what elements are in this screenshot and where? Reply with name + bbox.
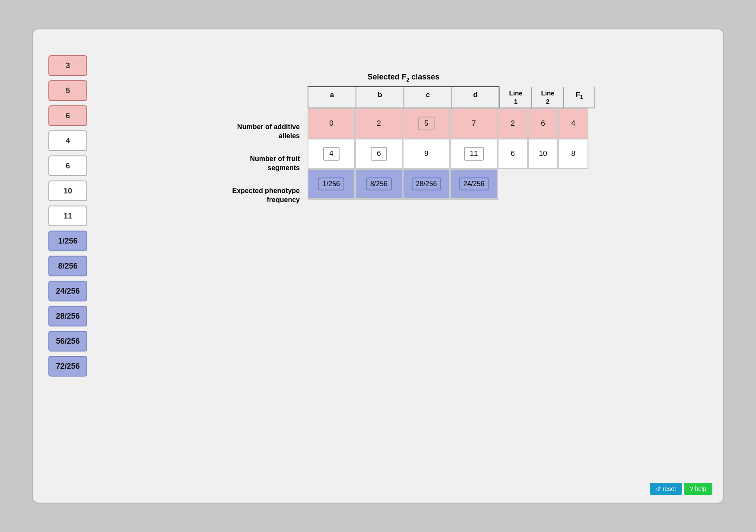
cell-phenotype-c: 28/256 [403,169,450,199]
sidebar-btn-8-256[interactable]: 8/256 [48,256,87,276]
main-container: 3 5 6 4 6 10 11 1/256 8/256 24/256 28/25… [32,28,724,504]
row-fruit-segments: 4 6 9 11 6 10 [308,139,595,169]
content-area: Number of additivealleles Number of frui… [94,47,714,485]
row-additive-alleles: 0 2 5 7 2 6 [308,108,595,139]
table-wrapper: Number of additivealleles Number of frui… [213,73,595,212]
reset-button[interactable]: ↺ reset [650,483,682,495]
col-header-a: a [308,87,356,108]
row-label-segments: Number of fruitsegments [213,148,308,180]
cell-phenotype-b: 8/256 [355,169,403,199]
sidebar-btn-6-plain[interactable]: 6 [48,155,87,176]
col-header-d: d [451,87,499,108]
sidebar-btn-10[interactable]: 10 [48,180,87,201]
help-label: ? help [690,485,706,492]
cell-additive-f1: 4 [558,108,588,139]
cell-segments-line2: 10 [528,139,558,169]
cell-segments-d: 11 [450,139,498,169]
col-header-line1: Line1 [499,87,531,108]
cell-additive-d: 7 [450,108,498,139]
cell-additive-line1: 2 [498,108,528,139]
sidebar-btn-56-256[interactable]: 56/256 [48,331,87,352]
col-header-line2: Line2 [531,87,563,108]
row-labels: Number of additivealleles Number of frui… [213,73,308,212]
reset-label: reset [663,485,676,492]
cell-phenotype-d: 24/256 [450,169,498,199]
sidebar-btn-1-256[interactable]: 1/256 [48,231,87,251]
cell-additive-c: 5 [403,108,450,139]
bottom-bar: ↺ reset ? help [650,483,712,495]
row-label-additive: Number of additivealleles [213,116,308,148]
cell-phenotype-a: 1/256 [308,169,355,199]
sidebar-btn-6-pink[interactable]: 6 [48,105,87,126]
sidebar-btn-5[interactable]: 5 [48,80,87,101]
reset-icon: ↺ [656,485,661,492]
sidebar-btn-4[interactable]: 4 [48,130,87,151]
col-header-b: b [356,87,403,108]
cell-segments-line1: 6 [498,139,528,169]
col-header-c: c [403,87,451,108]
row-label-phenotype: Expected phenotypefrequency [213,180,308,212]
col-header-f1: F1 [563,87,595,108]
data-table: Selected F2 classes a b c d Line1 [308,73,595,200]
cell-segments-f1: 8 [558,139,588,169]
row-phenotype-freq: 1/256 8/256 28/256 24/256 [308,169,595,199]
sidebar-btn-3[interactable]: 3 [48,55,87,76]
cell-segments-a: 4 [308,139,355,169]
cell-additive-line2: 6 [528,108,558,139]
cell-segments-b: 6 [355,139,403,169]
cell-segments-c: 9 [403,139,450,169]
help-button[interactable]: ? help [684,483,712,495]
sidebar-btn-11[interactable]: 11 [48,206,87,226]
sidebar-btn-24-256[interactable]: 24/256 [48,281,87,301]
selected-f2-header: Selected F2 classes [308,73,499,87]
sidebar-btn-28-256[interactable]: 28/256 [48,306,87,326]
cell-additive-b: 2 [355,108,403,139]
cell-additive-a: 0 [308,108,355,139]
column-headers: a b c d Line1 Line2 F1 [308,87,595,108]
sidebar: 3 5 6 4 6 10 11 1/256 8/256 24/256 28/25… [42,47,94,485]
sidebar-btn-72-256[interactable]: 72/256 [48,356,87,377]
